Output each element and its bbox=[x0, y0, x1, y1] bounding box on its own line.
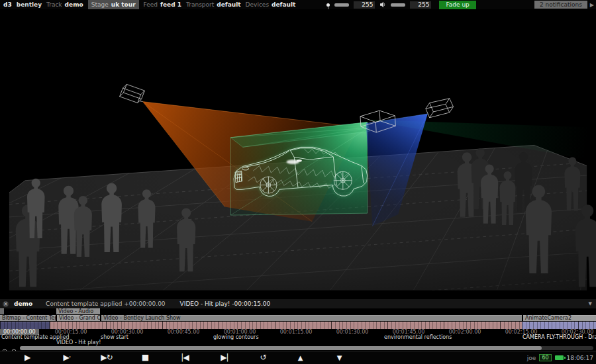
menu-transport-label: Transport bbox=[186, 1, 214, 8]
time-tick-label: 00:00:45.00 bbox=[168, 329, 200, 335]
layer-video-grand-ope[interactable]: Video - Grand Ope bbox=[57, 315, 100, 321]
menu-stage-value: uk tour bbox=[111, 1, 136, 8]
d3-application: d3 bentley Track demo Stage uk tour Feed… bbox=[0, 0, 596, 364]
timeline-panel: × demo Content template applied +00:00:0… bbox=[0, 299, 596, 351]
brightness-slider[interactable] bbox=[334, 3, 349, 7]
next-section-button[interactable]: ▶| bbox=[213, 351, 236, 364]
volume-value[interactable]: 255 bbox=[410, 1, 431, 9]
zoom-out-icon[interactable] bbox=[11, 345, 18, 351]
caret-down-icon[interactable]: ▼ bbox=[589, 301, 592, 306]
timeline-ruler[interactable] bbox=[0, 322, 596, 329]
brightness-value[interactable]: 255 bbox=[354, 1, 375, 9]
layer-video-bentley-launch-show[interactable]: Video - Bentley Launch Show bbox=[101, 315, 522, 321]
note-camera-fly-through[interactable]: CAMERA FLY-THROUGH - Drag t bbox=[522, 335, 596, 340]
clock: 18:06:17 bbox=[567, 355, 593, 361]
app-logo: d3 bbox=[3, 1, 12, 8]
notifications-area: 2 notifications ▶ bbox=[534, 1, 596, 9]
menu-feed[interactable]: Feed feed 1 bbox=[144, 0, 181, 9]
menu-track[interactable]: Track demo bbox=[46, 0, 83, 9]
menu-transport-value: default bbox=[217, 1, 240, 8]
menu-track-label: Track bbox=[46, 1, 62, 8]
timeline-header: × demo Content template applied +00:00:0… bbox=[0, 299, 596, 308]
projector-left[interactable] bbox=[120, 84, 145, 103]
ruler-section-camera[interactable] bbox=[522, 322, 596, 329]
previous-track-button[interactable]: ▲ bbox=[289, 351, 311, 364]
timeline-scrollbar-track[interactable] bbox=[20, 346, 593, 350]
timeline-track-name[interactable]: demo bbox=[14, 300, 32, 307]
layer-bitmap-content-template[interactable]: Bitmap - Content Templ bbox=[0, 315, 56, 321]
timeline-notes-row-2: VIDEO - Hit play! bbox=[0, 340, 596, 345]
layer-animate-camera2[interactable]: AnimateCamera2 bbox=[523, 315, 596, 321]
time-tick-label: 00:01:30.00 bbox=[336, 329, 369, 335]
stage-scene bbox=[0, 9, 596, 299]
menu-devices-label: Devices bbox=[246, 1, 269, 8]
top-menu-bar: d3 bentley Track demo Stage uk tour Feed… bbox=[0, 0, 596, 9]
status-area: joe 60 18:06:17 bbox=[527, 351, 593, 364]
note-environmental-reflections[interactable]: environmental reflections bbox=[384, 335, 452, 340]
timeline-event-play: VIDEO - Hit play! -00:00:15.00 bbox=[180, 300, 271, 307]
menu-transport[interactable]: Transport default bbox=[186, 0, 241, 9]
layer-video-audio[interactable]: Video - Audio bbox=[56, 308, 100, 314]
time-tick-label: 00:01:15.00 bbox=[280, 329, 313, 335]
projector-right[interactable] bbox=[426, 99, 454, 118]
menu-stage-label: Stage bbox=[91, 1, 109, 8]
username: joe bbox=[527, 355, 536, 361]
stop-button[interactable]: ■ bbox=[134, 351, 156, 364]
timeline-layer-row-1: Video - Audio bbox=[0, 308, 596, 315]
close-icon[interactable]: × bbox=[3, 301, 9, 307]
battery-icon bbox=[555, 355, 564, 360]
timeline-scrollbar-thumb[interactable] bbox=[20, 346, 542, 350]
menu-stage[interactable]: Stage uk tour bbox=[88, 0, 139, 9]
note-show-start[interactable]: show start bbox=[101, 335, 128, 340]
previous-section-button[interactable]: |◀ bbox=[174, 351, 196, 364]
transport-controls: ▶ ▶· ▶↻ ■ |◀ ▶| ↺ ▲ ▼ joe 60 18:06:17 bbox=[0, 351, 596, 364]
play-to-next-section-button[interactable]: ▶· bbox=[56, 351, 78, 364]
speaker-icon bbox=[379, 1, 386, 8]
notifications-button[interactable]: 2 notifications bbox=[534, 1, 587, 9]
menu-feed-value: feed 1 bbox=[160, 1, 181, 8]
fade-up-button[interactable]: Fade up bbox=[439, 1, 475, 9]
layer-stub[interactable] bbox=[0, 308, 4, 314]
return-to-start-button[interactable]: ↺ bbox=[252, 351, 274, 364]
note-glowing-contours[interactable]: glowing contours bbox=[213, 335, 259, 340]
brightness-icon bbox=[326, 3, 330, 7]
time-tick-label: 00:02:00.00 bbox=[449, 329, 481, 335]
note-video-hit-play[interactable]: VIDEO - Hit play! bbox=[56, 340, 101, 345]
ruler-section-main[interactable] bbox=[50, 322, 522, 329]
menu-feed-label: Feed bbox=[144, 1, 158, 8]
play-button[interactable]: ▶ bbox=[16, 351, 38, 364]
loop-section-button[interactable]: ▶↻ bbox=[95, 351, 118, 364]
menu-track-value: demo bbox=[65, 1, 83, 8]
notifications-expand-icon[interactable]: ▶ bbox=[590, 2, 594, 8]
menu-devices[interactable]: Devices default bbox=[246, 0, 296, 9]
next-track-button[interactable]: ▼ bbox=[328, 351, 350, 364]
ruler-section-intro[interactable] bbox=[0, 322, 50, 329]
timeline-time-labels: 00:00:00.00 00:00:15.00 00:00:30.00 00:0… bbox=[0, 329, 596, 335]
menu-devices-value: default bbox=[272, 1, 295, 8]
timeline-event-applied: Content template applied +00:00:00.00 bbox=[46, 300, 165, 307]
timeline-scroll-row bbox=[0, 345, 596, 351]
timeline-layer-row-2: Bitmap - Content Templ Video - Grand Ope… bbox=[0, 315, 596, 322]
volume-slider[interactable] bbox=[391, 3, 405, 7]
project-name[interactable]: bentley bbox=[17, 1, 42, 8]
stage-3d-viewport[interactable] bbox=[0, 9, 596, 299]
fps-badge: 60 bbox=[539, 354, 551, 361]
zoom-in-icon[interactable] bbox=[2, 345, 9, 351]
